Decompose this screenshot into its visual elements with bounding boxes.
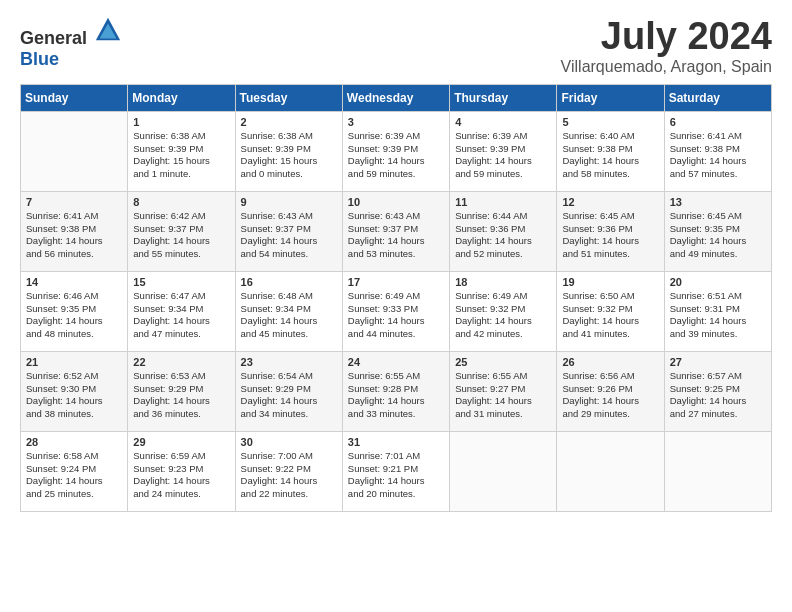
- day-number: 11: [455, 196, 551, 208]
- logo: General Blue: [20, 16, 122, 70]
- day-number: 29: [133, 436, 229, 448]
- day-number: 12: [562, 196, 658, 208]
- col-header-saturday: Saturday: [664, 84, 771, 111]
- day-content: Sunrise: 6:40 AM Sunset: 9:38 PM Dayligh…: [562, 130, 658, 181]
- location-title: Villarquemado, Aragon, Spain: [561, 58, 772, 76]
- day-content: Sunrise: 6:50 AM Sunset: 9:32 PM Dayligh…: [562, 290, 658, 341]
- day-number: 16: [241, 276, 337, 288]
- day-content: Sunrise: 6:49 AM Sunset: 9:33 PM Dayligh…: [348, 290, 444, 341]
- day-cell: 10Sunrise: 6:43 AM Sunset: 9:37 PM Dayli…: [342, 191, 449, 271]
- day-content: Sunrise: 6:45 AM Sunset: 9:35 PM Dayligh…: [670, 210, 766, 261]
- day-content: Sunrise: 6:57 AM Sunset: 9:25 PM Dayligh…: [670, 370, 766, 421]
- day-cell: 20Sunrise: 6:51 AM Sunset: 9:31 PM Dayli…: [664, 271, 771, 351]
- logo-blue: Blue: [20, 49, 59, 69]
- day-content: Sunrise: 6:53 AM Sunset: 9:29 PM Dayligh…: [133, 370, 229, 421]
- day-content: Sunrise: 6:49 AM Sunset: 9:32 PM Dayligh…: [455, 290, 551, 341]
- day-content: Sunrise: 6:58 AM Sunset: 9:24 PM Dayligh…: [26, 450, 122, 501]
- day-number: 15: [133, 276, 229, 288]
- day-cell: 9Sunrise: 6:43 AM Sunset: 9:37 PM Daylig…: [235, 191, 342, 271]
- day-cell: [664, 431, 771, 511]
- day-content: Sunrise: 6:48 AM Sunset: 9:34 PM Dayligh…: [241, 290, 337, 341]
- day-cell: [557, 431, 664, 511]
- day-number: 18: [455, 276, 551, 288]
- day-content: Sunrise: 6:54 AM Sunset: 9:29 PM Dayligh…: [241, 370, 337, 421]
- day-cell: 19Sunrise: 6:50 AM Sunset: 9:32 PM Dayli…: [557, 271, 664, 351]
- day-cell: 29Sunrise: 6:59 AM Sunset: 9:23 PM Dayli…: [128, 431, 235, 511]
- col-header-monday: Monday: [128, 84, 235, 111]
- day-content: Sunrise: 6:45 AM Sunset: 9:36 PM Dayligh…: [562, 210, 658, 261]
- col-header-thursday: Thursday: [450, 84, 557, 111]
- day-content: Sunrise: 6:44 AM Sunset: 9:36 PM Dayligh…: [455, 210, 551, 261]
- day-cell: 3Sunrise: 6:39 AM Sunset: 9:39 PM Daylig…: [342, 111, 449, 191]
- day-number: 26: [562, 356, 658, 368]
- day-cell: 4Sunrise: 6:39 AM Sunset: 9:39 PM Daylig…: [450, 111, 557, 191]
- day-cell: 6Sunrise: 6:41 AM Sunset: 9:38 PM Daylig…: [664, 111, 771, 191]
- week-row-1: 1Sunrise: 6:38 AM Sunset: 9:39 PM Daylig…: [21, 111, 772, 191]
- day-number: 3: [348, 116, 444, 128]
- day-cell: 7Sunrise: 6:41 AM Sunset: 9:38 PM Daylig…: [21, 191, 128, 271]
- day-number: 23: [241, 356, 337, 368]
- day-content: Sunrise: 6:38 AM Sunset: 9:39 PM Dayligh…: [241, 130, 337, 181]
- day-cell: 16Sunrise: 6:48 AM Sunset: 9:34 PM Dayli…: [235, 271, 342, 351]
- day-cell: 2Sunrise: 6:38 AM Sunset: 9:39 PM Daylig…: [235, 111, 342, 191]
- day-cell: 11Sunrise: 6:44 AM Sunset: 9:36 PM Dayli…: [450, 191, 557, 271]
- day-cell: 27Sunrise: 6:57 AM Sunset: 9:25 PM Dayli…: [664, 351, 771, 431]
- day-number: 4: [455, 116, 551, 128]
- day-cell: 28Sunrise: 6:58 AM Sunset: 9:24 PM Dayli…: [21, 431, 128, 511]
- day-number: 19: [562, 276, 658, 288]
- day-number: 22: [133, 356, 229, 368]
- day-content: Sunrise: 6:55 AM Sunset: 9:27 PM Dayligh…: [455, 370, 551, 421]
- day-content: Sunrise: 6:39 AM Sunset: 9:39 PM Dayligh…: [348, 130, 444, 181]
- week-row-2: 7Sunrise: 6:41 AM Sunset: 9:38 PM Daylig…: [21, 191, 772, 271]
- day-number: 30: [241, 436, 337, 448]
- day-number: 6: [670, 116, 766, 128]
- day-cell: 12Sunrise: 6:45 AM Sunset: 9:36 PM Dayli…: [557, 191, 664, 271]
- month-title: July 2024: [561, 16, 772, 58]
- day-content: Sunrise: 6:39 AM Sunset: 9:39 PM Dayligh…: [455, 130, 551, 181]
- day-number: 13: [670, 196, 766, 208]
- day-number: 27: [670, 356, 766, 368]
- day-cell: [450, 431, 557, 511]
- week-row-4: 21Sunrise: 6:52 AM Sunset: 9:30 PM Dayli…: [21, 351, 772, 431]
- title-area: July 2024 Villarquemado, Aragon, Spain: [561, 16, 772, 76]
- day-cell: 31Sunrise: 7:01 AM Sunset: 9:21 PM Dayli…: [342, 431, 449, 511]
- day-number: 20: [670, 276, 766, 288]
- col-header-friday: Friday: [557, 84, 664, 111]
- page-header: General Blue July 2024 Villarquemado, Ar…: [20, 16, 772, 76]
- day-content: Sunrise: 6:51 AM Sunset: 9:31 PM Dayligh…: [670, 290, 766, 341]
- day-cell: 30Sunrise: 7:00 AM Sunset: 9:22 PM Dayli…: [235, 431, 342, 511]
- col-header-tuesday: Tuesday: [235, 84, 342, 111]
- day-cell: 18Sunrise: 6:49 AM Sunset: 9:32 PM Dayli…: [450, 271, 557, 351]
- day-content: Sunrise: 6:56 AM Sunset: 9:26 PM Dayligh…: [562, 370, 658, 421]
- day-cell: 25Sunrise: 6:55 AM Sunset: 9:27 PM Dayli…: [450, 351, 557, 431]
- day-number: 7: [26, 196, 122, 208]
- day-number: 24: [348, 356, 444, 368]
- day-number: 25: [455, 356, 551, 368]
- day-cell: [21, 111, 128, 191]
- day-number: 14: [26, 276, 122, 288]
- day-content: Sunrise: 7:01 AM Sunset: 9:21 PM Dayligh…: [348, 450, 444, 501]
- day-number: 17: [348, 276, 444, 288]
- day-content: Sunrise: 6:55 AM Sunset: 9:28 PM Dayligh…: [348, 370, 444, 421]
- header-row: SundayMondayTuesdayWednesdayThursdayFrid…: [21, 84, 772, 111]
- day-number: 1: [133, 116, 229, 128]
- day-number: 2: [241, 116, 337, 128]
- day-cell: 21Sunrise: 6:52 AM Sunset: 9:30 PM Dayli…: [21, 351, 128, 431]
- col-header-wednesday: Wednesday: [342, 84, 449, 111]
- logo-icon: [94, 16, 122, 44]
- day-cell: 15Sunrise: 6:47 AM Sunset: 9:34 PM Dayli…: [128, 271, 235, 351]
- day-content: Sunrise: 6:46 AM Sunset: 9:35 PM Dayligh…: [26, 290, 122, 341]
- week-row-5: 28Sunrise: 6:58 AM Sunset: 9:24 PM Dayli…: [21, 431, 772, 511]
- day-cell: 24Sunrise: 6:55 AM Sunset: 9:28 PM Dayli…: [342, 351, 449, 431]
- day-number: 5: [562, 116, 658, 128]
- day-number: 10: [348, 196, 444, 208]
- day-content: Sunrise: 6:43 AM Sunset: 9:37 PM Dayligh…: [348, 210, 444, 261]
- day-cell: 14Sunrise: 6:46 AM Sunset: 9:35 PM Dayli…: [21, 271, 128, 351]
- day-content: Sunrise: 6:43 AM Sunset: 9:37 PM Dayligh…: [241, 210, 337, 261]
- calendar-table: SundayMondayTuesdayWednesdayThursdayFrid…: [20, 84, 772, 512]
- week-row-3: 14Sunrise: 6:46 AM Sunset: 9:35 PM Dayli…: [21, 271, 772, 351]
- day-content: Sunrise: 6:52 AM Sunset: 9:30 PM Dayligh…: [26, 370, 122, 421]
- day-cell: 23Sunrise: 6:54 AM Sunset: 9:29 PM Dayli…: [235, 351, 342, 431]
- day-content: Sunrise: 6:41 AM Sunset: 9:38 PM Dayligh…: [670, 130, 766, 181]
- day-cell: 26Sunrise: 6:56 AM Sunset: 9:26 PM Dayli…: [557, 351, 664, 431]
